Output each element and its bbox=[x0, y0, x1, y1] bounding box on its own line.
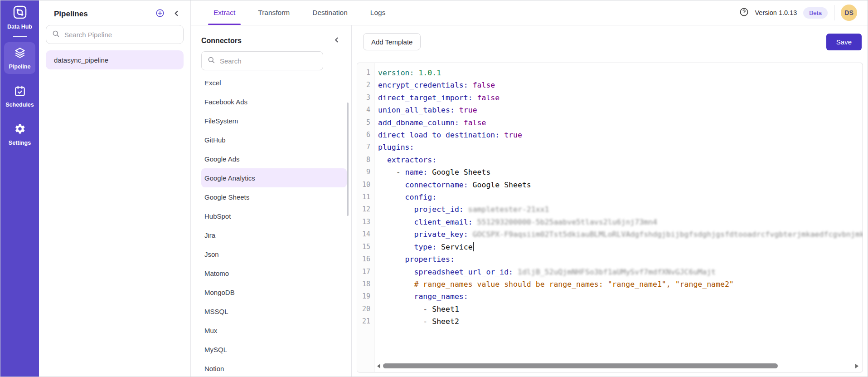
scroll-right-arrow-icon[interactable] bbox=[855, 363, 859, 368]
line-number: 5 bbox=[357, 117, 374, 129]
code-line[interactable]: - Sheet1 bbox=[378, 303, 863, 315]
pipeline-search-input[interactable] bbox=[64, 31, 178, 39]
tab-transform[interactable]: Transform bbox=[258, 0, 290, 25]
search-icon bbox=[52, 29, 64, 39]
connector-item[interactable]: FileSystem bbox=[201, 111, 347, 130]
connector-item[interactable]: Jira bbox=[201, 225, 347, 245]
connector-item[interactable]: Google Ads bbox=[201, 149, 347, 168]
connectors-panel-header: Connectors bbox=[191, 25, 351, 45]
layers-icon bbox=[14, 47, 26, 60]
help-circle-icon bbox=[739, 7, 749, 18]
search-icon bbox=[207, 56, 220, 66]
horizontal-scrollbar bbox=[377, 363, 859, 369]
brand-divider bbox=[13, 36, 27, 37]
code-line[interactable]: client_email: 551293200000-5b25aabve5tla… bbox=[378, 216, 863, 228]
connector-list: ExcelFacebook AdsFileSystemGitHubGoogle … bbox=[191, 73, 351, 377]
code-line[interactable]: - Sheet2 bbox=[378, 315, 863, 328]
tab-destination[interactable]: Destination bbox=[312, 0, 348, 25]
code-line[interactable]: - name: Google Sheets bbox=[378, 166, 863, 178]
code-line[interactable]: properties: bbox=[378, 253, 863, 265]
tab-bar: ExtractTransformDestinationLogs bbox=[191, 0, 385, 25]
yaml-editor: 123456789101112131415161718192021 versio… bbox=[357, 63, 863, 372]
connector-search-box bbox=[201, 51, 323, 70]
scrollbar-thumb[interactable] bbox=[383, 363, 778, 368]
save-button[interactable]: Save bbox=[826, 34, 862, 50]
connector-item[interactable]: Google Sheets bbox=[201, 187, 347, 206]
connector-search-input[interactable] bbox=[220, 57, 317, 65]
topbar-right: Version 1.0.13 Beta DS bbox=[739, 0, 868, 25]
connector-item[interactable]: Facebook Ads bbox=[201, 92, 347, 111]
sidebar-item-settings[interactable]: Settings bbox=[4, 118, 35, 150]
pipeline-item[interactable]: datasync_pipeline bbox=[46, 50, 184, 69]
connector-item[interactable]: Matomo bbox=[201, 264, 347, 283]
sidebar-item-label: Schedules bbox=[5, 102, 34, 108]
plus-circle-icon bbox=[155, 9, 165, 19]
code-line[interactable]: direct_load_to_destination: true bbox=[378, 129, 863, 141]
code-line[interactable]: plugins: bbox=[378, 141, 863, 153]
pipelines-panel-header: Pipelines bbox=[39, 0, 190, 19]
scrollbar-track[interactable] bbox=[383, 363, 853, 368]
line-number: 19 bbox=[357, 290, 374, 303]
line-number: 15 bbox=[357, 241, 374, 253]
code-line[interactable]: project_id: sampletester-21xx1 bbox=[378, 203, 863, 215]
line-number: 21 bbox=[357, 315, 374, 328]
editor-toolbar: Add Template Save bbox=[363, 33, 862, 50]
brand: Data Hub bbox=[7, 0, 32, 42]
connector-item[interactable]: MySQL bbox=[201, 340, 347, 359]
connector-item[interactable]: MongoDB bbox=[201, 283, 347, 302]
line-number: 3 bbox=[357, 92, 374, 104]
code-line[interactable]: connectorname: Google Sheets bbox=[378, 179, 863, 191]
add-pipeline-button[interactable] bbox=[155, 9, 165, 19]
pipeline-list: datasync_pipeline bbox=[39, 50, 190, 69]
code-line[interactable]: config: bbox=[378, 191, 863, 203]
connector-item[interactable]: Mux bbox=[201, 321, 347, 340]
connector-item[interactable]: Excel bbox=[201, 73, 347, 92]
line-number: 7 bbox=[357, 141, 374, 153]
line-number: 1 bbox=[357, 67, 374, 79]
code-line[interactable]: spreadsheet_url_or_id: 1dljB_52uQjmNHFSo… bbox=[378, 266, 863, 278]
code-line[interactable]: range_names: bbox=[378, 290, 863, 303]
pipelines-panel: Pipelines bbox=[39, 0, 191, 377]
code-line[interactable]: # range_names value should be range_name… bbox=[378, 278, 863, 290]
collapse-connectors-button[interactable] bbox=[333, 36, 340, 45]
connector-item[interactable]: Json bbox=[201, 245, 347, 264]
version-label: Version 1.0.13 bbox=[755, 9, 797, 16]
line-number: 4 bbox=[357, 104, 374, 116]
line-number: 10 bbox=[357, 179, 374, 191]
collapse-pipelines-button[interactable] bbox=[173, 10, 180, 19]
editor-area: Add Template Save 1234567891011121314151… bbox=[352, 25, 868, 377]
connector-item[interactable]: GitHub bbox=[201, 130, 347, 149]
line-number: 9 bbox=[357, 166, 374, 178]
connector-item[interactable]: HubSpot bbox=[201, 206, 347, 225]
code-line[interactable]: add_dbname_column: false bbox=[378, 117, 863, 129]
sidebar-item-pipeline[interactable]: Pipeline bbox=[4, 42, 35, 74]
add-template-button[interactable]: Add Template bbox=[363, 33, 421, 50]
code-line[interactable]: encrypt_credentials: false bbox=[378, 79, 863, 91]
user-avatar[interactable]: DS bbox=[841, 5, 857, 21]
line-number: 11 bbox=[357, 191, 374, 203]
code-line[interactable]: extractors: bbox=[378, 154, 863, 166]
connector-item[interactable]: Google Analytics bbox=[201, 168, 347, 187]
header-divider bbox=[834, 5, 834, 20]
calendar-check-icon bbox=[14, 85, 26, 98]
code-line[interactable]: version: 1.0.1 bbox=[378, 67, 863, 79]
scroll-left-arrow-icon[interactable] bbox=[377, 363, 381, 368]
code-line[interactable]: private_key: GOCSPX-F9aqsiim02Tst5dkiauB… bbox=[378, 228, 863, 240]
code-lines[interactable]: version: 1.0.1encrypt_credentials: false… bbox=[374, 63, 863, 372]
code-line[interactable]: union_all_tables: true bbox=[378, 104, 863, 116]
code-line[interactable]: type: Service bbox=[378, 241, 863, 253]
connector-item[interactable]: Notion bbox=[201, 359, 347, 377]
connector-item[interactable]: MSSQL bbox=[201, 302, 347, 321]
code-line[interactable]: direct_target_import: false bbox=[378, 92, 863, 104]
help-button[interactable] bbox=[739, 7, 749, 18]
tab-logs[interactable]: Logs bbox=[370, 0, 386, 25]
gear-icon bbox=[14, 123, 26, 137]
line-number: 8 bbox=[357, 154, 374, 166]
brand-label: Data Hub bbox=[7, 24, 32, 30]
tab-extract[interactable]: Extract bbox=[213, 0, 235, 25]
connectors-scrollbar[interactable] bbox=[347, 103, 349, 216]
sidebar-item-schedules[interactable]: Schedules bbox=[4, 80, 35, 112]
line-number: 16 bbox=[357, 253, 374, 265]
connectors-panel: Connectors ExcelFacebook AdsFileSystemGi… bbox=[191, 25, 352, 377]
line-number: 12 bbox=[357, 203, 374, 215]
